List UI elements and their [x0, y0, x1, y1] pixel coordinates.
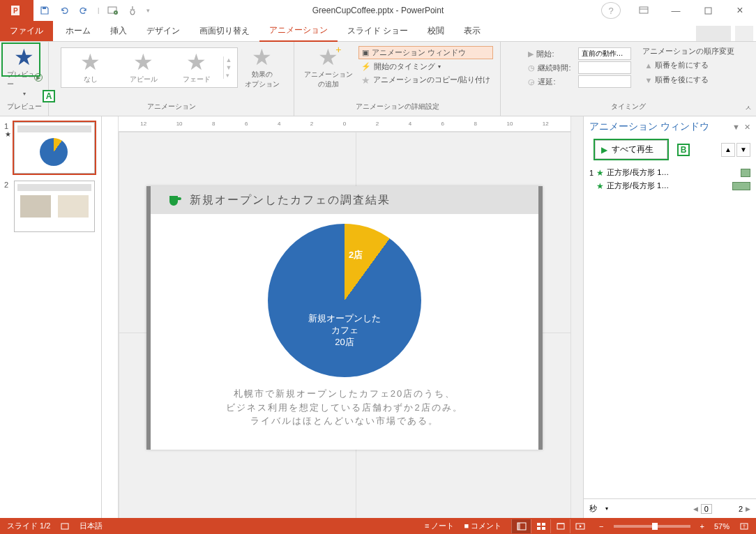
vertical-scrollbar[interactable] — [570, 116, 583, 518]
timing-duration-label: ◷継続時間: — [525, 61, 573, 74]
slide-title: 新規オープンしたカフェの調査結果 — [151, 186, 538, 214]
reorder-label: アニメーションの順序変更 — [642, 46, 734, 56]
anim-none[interactable]: ★なし — [64, 51, 117, 84]
move-down-button[interactable]: ▼ — [736, 143, 750, 157]
pie-slice-small-label: 2店 — [349, 249, 363, 261]
redo-icon[interactable] — [78, 5, 89, 16]
avatar[interactable] — [735, 26, 753, 41]
thumbnail-2[interactable]: 2 — [4, 181, 97, 232]
start-from-beginning-icon[interactable] — [107, 5, 119, 16]
pane-close-icon[interactable]: ✕ — [744, 123, 750, 132]
app-icon: P — [0, 0, 33, 21]
star-icon: ★ — [80, 51, 100, 73]
timing-delay-input[interactable] — [578, 75, 631, 88]
help-icon[interactable]: ? — [601, 2, 621, 19]
cup-icon — [167, 193, 183, 207]
group-label-advanced: アニメーションの詳細設定 — [356, 102, 439, 113]
touch-mode-icon[interactable] — [127, 5, 138, 16]
collapse-ribbon-button[interactable]: ㅅ — [745, 103, 752, 113]
group-preview: ★ ▶ プレビュー ▾ A プレビュー — [0, 42, 49, 116]
animation-list: 1 ★ 正方形/長方形 1… ★ 正方形/長方形 1… — [584, 162, 756, 197]
anim-item-1[interactable]: 1 ★ 正方形/長方形 1… — [589, 166, 750, 179]
group-label-preview: プレビュー — [7, 102, 42, 113]
user-badge[interactable] — [696, 26, 731, 41]
tab-transition[interactable]: 画面切り替え — [190, 21, 259, 41]
lightning-icon: ⚡ — [361, 62, 371, 71]
tab-slideshow[interactable]: スライド ショー — [338, 21, 418, 41]
tab-insert[interactable]: 挿入 — [100, 21, 137, 41]
slide-count[interactable]: スライド 1/2 — [7, 521, 50, 531]
move-later-button[interactable]: ▼順番を後にする — [642, 74, 734, 86]
tab-file[interactable]: ファイル — [0, 21, 53, 41]
move-up-button[interactable]: ▲ — [721, 143, 735, 157]
pane-footer: 秒▾ ◀ 0 2 ▶ — [584, 498, 756, 518]
tab-design[interactable]: デザイン — [137, 21, 190, 41]
group-advanced: ★+アニメーション の追加 ▣アニメーション ウィンドウ ⚡開始のタイミング▾ … — [294, 42, 501, 116]
close-button[interactable]: × — [724, 0, 756, 21]
comments-button[interactable]: ■ コメント — [464, 521, 501, 531]
view-normal[interactable] — [511, 519, 531, 533]
pane-icon: ▣ — [362, 48, 369, 57]
play-icon: ▶ — [528, 49, 534, 59]
star-icon: ★ — [133, 51, 153, 73]
spellcheck-icon[interactable] — [60, 521, 70, 531]
animation-star-icon: ★ — [5, 130, 11, 138]
fit-to-window-button[interactable] — [739, 522, 749, 531]
minimize-button[interactable]: — — [660, 0, 692, 21]
scroll-right-icon[interactable]: ▶ — [746, 505, 750, 512]
group-animations: ★なし ★アピール ★フェード ▲▼▾ ★効果の オプション アニメーション — [49, 42, 294, 116]
undo-icon[interactable] — [59, 5, 70, 16]
animation-gallery[interactable]: ★なし ★アピール ★フェード ▲▼▾ — [61, 47, 238, 88]
save-icon[interactable] — [39, 5, 50, 16]
window-controls: ? — × — [601, 0, 756, 21]
anim-item-2[interactable]: ★ 正方形/長方形 1… — [589, 179, 750, 192]
slide-canvas[interactable]: 新規オープンしたカフェの調査結果 2店 新規オープンしたカフェ20店 札幌市で新… — [146, 186, 543, 450]
group-label-animations: アニメーション — [147, 102, 196, 113]
gallery-expand[interactable]: ▲▼▾ — [223, 56, 234, 79]
tab-home[interactable]: ホーム — [56, 21, 100, 41]
preview-button[interactable]: ★ ▶ プレビュー ▾ A — [4, 45, 44, 98]
anim-fade[interactable]: ★フェード — [170, 51, 223, 84]
timing-start-label: ▶開始: — [525, 47, 573, 60]
zoom-in-button[interactable]: + — [700, 522, 704, 531]
window-title: GreenCupCoffee.pptx - PowerPoint — [312, 6, 444, 15]
anim-appear[interactable]: ★アピール — [117, 51, 170, 84]
language[interactable]: 日本語 — [80, 521, 103, 531]
effect-options-button[interactable]: ★効果の オプション — [242, 45, 282, 91]
zoom-level[interactable]: 57% — [714, 522, 729, 531]
thumbnail-1[interactable]: 1 ★ — [4, 122, 97, 174]
tab-animation[interactable]: アニメーション — [259, 20, 338, 42]
timeline-bar — [732, 182, 750, 190]
view-reading[interactable] — [550, 519, 570, 533]
timing-start-input[interactable] — [578, 47, 631, 60]
titlebar: P | ▾ GreenCupCoffee.pptx - PowerPoint ?… — [0, 0, 756, 21]
play-all-button[interactable]: ▶ すべて再生 — [595, 140, 667, 159]
animation-painter-button[interactable]: ★アニメーションのコピー/貼り付け — [358, 74, 493, 86]
add-animation-button[interactable]: ★+アニメーション の追加 — [301, 45, 356, 91]
timing-duration-input[interactable] — [578, 61, 631, 74]
ribbon: ★ ▶ プレビュー ▾ A プレビュー ★なし ★アピール ★フェード ▲▼▾ … — [0, 42, 756, 116]
view-slideshow[interactable] — [570, 519, 589, 533]
maximize-button[interactable] — [692, 0, 724, 21]
svg-rect-7 — [61, 524, 68, 529]
ribbon-options-icon[interactable] — [628, 0, 660, 21]
star-icon: ★ — [596, 168, 604, 178]
pie-chart: 2店 新規オープンしたカフェ20店 — [268, 224, 421, 377]
notes-button[interactable]: ≡ ノート — [425, 521, 454, 531]
move-earlier-button[interactable]: ▲順番を前にする — [642, 59, 734, 71]
star-icon: ★ — [252, 46, 272, 68]
tab-review[interactable]: 校閲 — [418, 21, 454, 41]
trigger-button[interactable]: ⚡開始のタイミング▾ — [358, 61, 493, 73]
vertical-ruler — [102, 116, 119, 518]
slide-caption: 札幌市で新規オープンしたカフェ20店のうち、 ビジネス利用を想定している店舗わず… — [151, 387, 538, 428]
clock-icon: ◷ — [528, 63, 535, 73]
pane-dropdown-icon[interactable]: ▼ — [732, 123, 740, 132]
view-sorter[interactable] — [531, 519, 550, 533]
zoom-slider[interactable] — [614, 525, 690, 528]
star-plus-icon: ★+ — [318, 46, 338, 68]
svg-text:P: P — [13, 7, 18, 15]
scroll-left-icon[interactable]: ◀ — [693, 505, 698, 512]
zoom-out-button[interactable]: − — [599, 522, 603, 531]
animation-pane-toggle[interactable]: ▣アニメーション ウィンドウ — [358, 46, 493, 59]
tab-view[interactable]: 表示 — [454, 21, 490, 41]
